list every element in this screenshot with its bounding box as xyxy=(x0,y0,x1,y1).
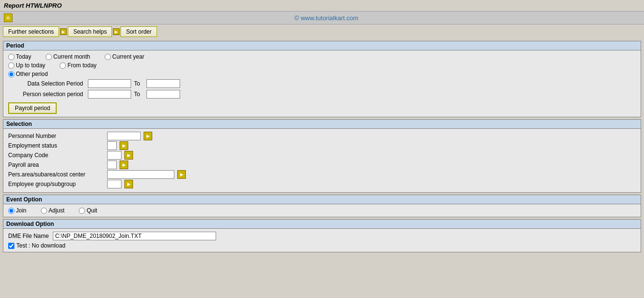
data-selection-period-to-input[interactable] xyxy=(146,79,180,88)
radio-quit-label: Quit xyxy=(86,207,97,214)
period-section-title: Period xyxy=(3,41,641,50)
search-helps-button[interactable]: Search helps xyxy=(68,26,112,37)
radio-current-month-item[interactable]: Current month xyxy=(46,53,90,60)
radio-current-year-label: Current year xyxy=(112,53,145,60)
radio-current-month[interactable] xyxy=(46,54,52,60)
personnel-number-row: Personnel Number ▶ xyxy=(8,132,636,140)
radio-from-today-item[interactable]: From today xyxy=(60,62,97,69)
radio-other-period-label: Other period xyxy=(16,71,48,77)
selection-section-title: Selection xyxy=(3,120,641,129)
dme-file-name-input[interactable] xyxy=(53,232,216,240)
radio-from-today-label: From today xyxy=(67,62,97,69)
test-no-download-checkbox[interactable] xyxy=(8,243,14,249)
employment-status-label: Employment status xyxy=(8,142,104,149)
radio-join[interactable] xyxy=(8,208,14,214)
nav-bar: Further selections Search helps Sort ord… xyxy=(0,25,644,39)
radio-up-to-today-item[interactable]: Up to today xyxy=(8,62,45,69)
payroll-area-label: Payroll area xyxy=(8,161,104,168)
person-selection-period-label: Person selection period xyxy=(8,91,85,98)
company-code-arrow-btn[interactable]: ▶ xyxy=(124,151,133,160)
sort-order-label: Sort order xyxy=(126,28,151,35)
event-option-title: Event Option xyxy=(3,195,641,204)
radio-current-year-item[interactable]: Current year xyxy=(105,53,145,60)
personnel-number-input[interactable] xyxy=(107,132,141,140)
employment-status-arrow-btn[interactable]: ▶ xyxy=(120,141,128,150)
data-selection-period-row: Data Selection Period To xyxy=(8,79,636,88)
period-radio-row-3: Other period xyxy=(8,71,636,77)
period-section: Period Today Current month Current year … xyxy=(3,41,641,117)
title-bar: Report HTWLNPRO xyxy=(0,0,644,11)
person-selection-period-from-input[interactable] xyxy=(88,90,131,99)
sort-order-button[interactable]: Sort order xyxy=(121,26,157,37)
search-helps-label: Search helps xyxy=(73,28,107,35)
data-selection-period-from-input[interactable] xyxy=(88,79,131,88)
dme-file-name-row: DME File Name xyxy=(8,232,636,240)
payroll-area-arrow-btn[interactable]: ▶ xyxy=(120,161,128,169)
selection-section-content: Personnel Number ▶ Employment status ▶ C… xyxy=(3,129,641,192)
company-code-input[interactable] xyxy=(107,151,122,160)
payroll-area-input[interactable] xyxy=(107,161,117,169)
pers-area-input[interactable] xyxy=(107,170,174,179)
data-selection-period-label: Data Selection Period xyxy=(8,80,85,87)
radio-current-year[interactable] xyxy=(105,54,111,60)
radio-up-to-today-label: Up to today xyxy=(16,62,45,69)
dme-file-name-label: DME File Name xyxy=(8,233,49,239)
employee-group-label: Employee group/subgroup xyxy=(8,181,104,187)
period-section-content: Today Current month Current year Up to t… xyxy=(3,50,641,117)
pers-area-arrow-btn[interactable]: ▶ xyxy=(177,170,186,179)
radio-today-item[interactable]: Today xyxy=(8,53,31,60)
event-option-section: Event Option Join Adjust Quit xyxy=(3,195,641,217)
payroll-period-label: Payroll period xyxy=(15,105,50,112)
test-no-download-label: Test : No download xyxy=(16,242,65,249)
further-selections-button[interactable]: Further selections xyxy=(3,26,59,37)
person-selection-period-row: Person selection period To xyxy=(8,90,636,99)
radio-join-label: Join xyxy=(16,207,26,214)
radio-join-item[interactable]: Join xyxy=(8,207,26,214)
employee-group-arrow-btn[interactable]: ▶ xyxy=(124,180,133,188)
test-no-download-row: Test : No download xyxy=(8,242,636,249)
report-title: Report HTWLNPRO xyxy=(4,2,62,9)
payroll-area-row: Payroll area ▶ xyxy=(8,161,636,169)
further-selections-label: Further selections xyxy=(8,28,54,35)
person-selection-period-to-input[interactable] xyxy=(146,90,180,99)
radio-today[interactable] xyxy=(8,54,14,60)
arrow-icon-1 xyxy=(60,28,67,35)
personnel-number-label: Personnel Number xyxy=(8,133,104,139)
employment-status-input[interactable] xyxy=(107,141,117,150)
radio-quit-item[interactable]: Quit xyxy=(79,207,97,214)
radio-up-to-today[interactable] xyxy=(8,62,14,69)
arrow-icon-2 xyxy=(113,28,120,35)
toolbar: ⊕ © www.tutorialkart.com xyxy=(0,11,644,25)
pers-area-row: Pers.area/subarea/cost center ▶ xyxy=(8,170,636,179)
payroll-period-button[interactable]: Payroll period xyxy=(8,102,57,114)
company-code-label: Company Code xyxy=(8,152,104,159)
radio-adjust[interactable] xyxy=(41,208,47,214)
to-label-1: To xyxy=(134,80,144,87)
personnel-number-arrow-btn[interactable]: ▶ xyxy=(144,132,152,140)
radio-quit[interactable] xyxy=(79,208,85,214)
radio-current-month-label: Current month xyxy=(53,53,90,60)
employment-status-row: Employment status ▶ xyxy=(8,141,636,150)
employee-group-row: Employee group/subgroup ▶ xyxy=(8,180,636,188)
company-code-row: Company Code ▶ xyxy=(8,151,636,160)
radio-other-period-item[interactable]: Other period xyxy=(8,71,48,77)
download-option-title: Download Option xyxy=(3,220,641,229)
to-label-2: To xyxy=(134,91,144,98)
logo-text: © www.tutorialkart.com xyxy=(12,14,640,22)
download-option-content: DME File Name Test : No download xyxy=(3,229,641,252)
radio-from-today[interactable] xyxy=(60,62,66,69)
radio-today-label: Today xyxy=(16,53,31,60)
radio-other-period[interactable] xyxy=(8,71,14,77)
radio-adjust-label: Adjust xyxy=(49,207,64,214)
period-radio-row-2: Up to today From today xyxy=(8,62,636,69)
employee-group-input[interactable] xyxy=(107,180,122,188)
radio-adjust-item[interactable]: Adjust xyxy=(41,207,64,214)
sap-back-icon[interactable]: ⊕ xyxy=(4,13,12,22)
period-radio-row-1: Today Current month Current year xyxy=(8,53,636,60)
pers-area-label: Pers.area/subarea/cost center xyxy=(8,171,104,178)
selection-section: Selection Personnel Number ▶ Employment … xyxy=(3,119,641,193)
download-option-section: Download Option DME File Name Test : No … xyxy=(3,219,641,252)
event-option-content: Join Adjust Quit xyxy=(3,204,641,217)
